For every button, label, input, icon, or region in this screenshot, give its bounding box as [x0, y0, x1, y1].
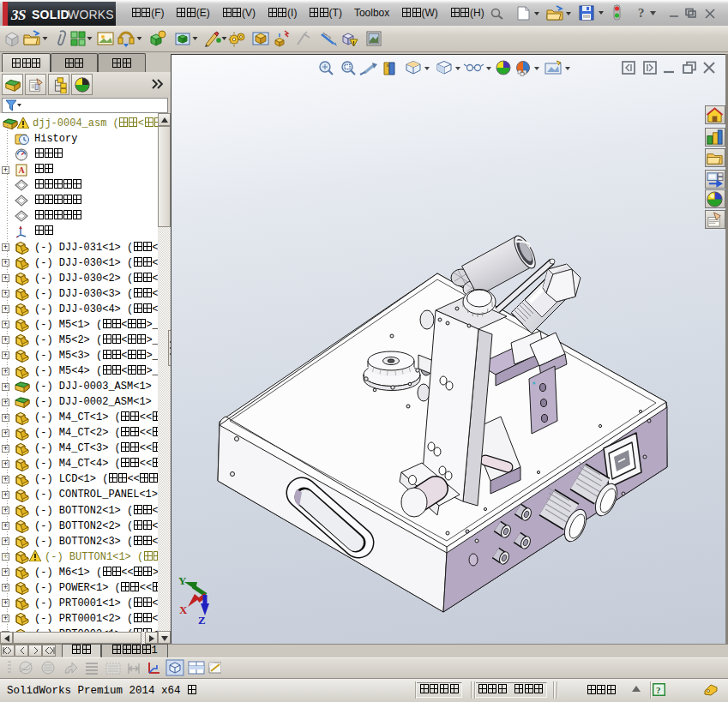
svg-text:S: S [18, 7, 26, 23]
svg-text:X: X [179, 603, 188, 616]
svg-text:!: ! [352, 40, 354, 46]
svg-text:Z: Z [198, 614, 206, 627]
svg-text:WORKS: WORKS [68, 8, 114, 21]
svg-text:SOLID: SOLID [32, 8, 69, 21]
svg-text:?: ? [656, 685, 661, 695]
svg-text:?: ? [638, 6, 645, 20]
svg-text:Y: Y [178, 574, 187, 587]
